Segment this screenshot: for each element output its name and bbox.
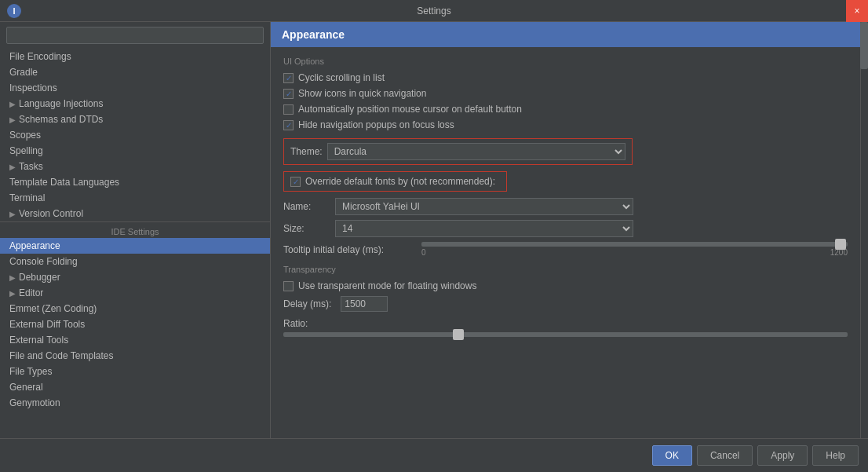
ratio-slider-thumb[interactable]: [453, 329, 464, 340]
sidebar-item-label: Language Injections: [19, 98, 103, 109]
delay-input[interactable]: [341, 296, 388, 312]
theme-label: Theme:: [290, 146, 323, 157]
override-row: Override default fonts by (not recommend…: [283, 171, 507, 192]
apply-button[interactable]: Apply: [757, 445, 808, 466]
sidebar-item-schemas-dtds[interactable]: ▶Schemas and DTDs: [0, 112, 270, 127]
arrow-icon: ▶: [9, 273, 16, 282]
sidebar-item-appearance[interactable]: Appearance: [0, 238, 270, 254]
slider-range: 0 1200: [421, 248, 848, 257]
sidebar-item-label: Gradle: [9, 67, 38, 78]
cyclic-scrolling-checkbox[interactable]: [283, 73, 294, 83]
override-checkbox[interactable]: [290, 177, 301, 187]
transparency-label: Transparency: [283, 265, 848, 274]
tooltip-slider-section: 0 1200: [421, 242, 848, 257]
sidebar-item-file-encodings[interactable]: File Encodings: [0, 49, 270, 64]
show-icons-checkbox[interactable]: [283, 89, 294, 99]
name-row: Name: Microsoft YaHei UIArialConsolasSeg…: [283, 198, 848, 215]
sidebar: File EncodingsGradleInspections▶Language…: [0, 22, 271, 438]
option-row-show-icons: Show icons in quick navigation: [283, 88, 848, 99]
sidebar-item-scopes[interactable]: Scopes: [0, 127, 270, 143]
ide-settings-divider: IDE Settings: [0, 221, 270, 238]
options-container: Cyclic scrolling in listShow icons in qu…: [283, 72, 848, 130]
sidebar-item-tasks[interactable]: ▶Tasks: [0, 159, 270, 174]
sidebar-item-external-tools[interactable]: External Tools: [0, 332, 270, 348]
sidebar-item-label: Terminal: [9, 192, 45, 203]
delay-row: Delay (ms):: [283, 296, 848, 312]
search-input[interactable]: [6, 27, 264, 44]
hide-navigation-popups-checkbox[interactable]: [283, 120, 294, 130]
hide-navigation-popups-label: Hide navigation popups on focus loss: [298, 119, 454, 130]
tooltip-slider-thumb[interactable]: [835, 239, 846, 250]
size-select[interactable]: 1213141516: [335, 220, 633, 237]
main-content: File EncodingsGradleInspections▶Language…: [0, 22, 868, 438]
sidebar-item-label: File and Code Templates: [9, 350, 114, 361]
use-transparent-checkbox[interactable]: [283, 281, 294, 291]
tooltip-label: Tooltip initial delay (ms):: [283, 244, 417, 255]
arrow-icon: ▶: [9, 289, 16, 298]
sidebar-item-label: Tasks: [19, 161, 43, 172]
size-label: Size:: [283, 223, 330, 234]
panel-title: Appearance: [271, 22, 860, 47]
use-transparent-label: Use transparent mode for floating window…: [298, 280, 476, 291]
sidebar-item-label: File Types: [9, 366, 52, 377]
sidebar-item-label: Genymotion: [9, 397, 60, 408]
panel-content: UI Options Cyclic scrolling in listShow …: [271, 47, 860, 438]
theme-row: Theme: DarculaIntelliJWindows: [283, 138, 633, 165]
window-title: Settings: [417, 5, 450, 16]
arrow-icon: ▶: [9, 100, 16, 108]
scrollbar-right[interactable]: [860, 22, 868, 438]
cyclic-scrolling-label: Cyclic scrolling in list: [298, 72, 385, 83]
sidebar-list: File EncodingsGradleInspections▶Language…: [0, 49, 270, 438]
ratio-label: Ratio:: [283, 318, 848, 329]
sidebar-item-debugger[interactable]: ▶Debugger: [0, 269, 270, 285]
sidebar-item-label: Editor: [19, 287, 43, 298]
sidebar-item-label: Emmet (Zen Coding): [9, 303, 97, 314]
sidebar-item-language-injections[interactable]: ▶Language Injections: [0, 96, 270, 112]
sidebar-item-label: External Diff Tools: [9, 319, 85, 330]
option-row-cyclic-scrolling: Cyclic scrolling in list: [283, 72, 848, 83]
size-row: Size: 1213141516: [283, 220, 848, 237]
sidebar-item-spelling[interactable]: Spelling: [0, 143, 270, 159]
sidebar-item-label: File Encodings: [9, 51, 71, 62]
auto-position-mouse-checkbox[interactable]: [283, 104, 294, 115]
sidebar-item-label: Appearance: [9, 240, 60, 251]
sidebar-item-file-code-templates[interactable]: File and Code Templates: [0, 348, 270, 364]
arrow-icon: ▶: [9, 210, 16, 218]
scrollbar-thumb[interactable]: [860, 22, 868, 69]
sidebar-item-file-types[interactable]: File Types: [0, 364, 270, 379]
option-row-auto-position-mouse: Automatically position mouse cursor on d…: [283, 104, 848, 115]
sidebar-item-general[interactable]: General: [0, 379, 270, 395]
sidebar-item-genymotion[interactable]: Genymotion: [0, 395, 270, 411]
sidebar-item-console-folding[interactable]: Console Folding: [0, 254, 270, 269]
sidebar-item-label: External Tools: [9, 335, 68, 346]
bottom-bar: OK Cancel Apply Help: [0, 438, 868, 472]
sidebar-item-label: Template Data Languages: [9, 177, 119, 188]
arrow-icon: ▶: [9, 115, 16, 124]
name-select[interactable]: Microsoft YaHei UIArialConsolasSegoe UI: [335, 198, 633, 215]
sidebar-item-version-control[interactable]: ▶Version Control: [0, 206, 270, 221]
cancel-button[interactable]: Cancel: [697, 445, 753, 466]
sidebar-item-label: Scopes: [9, 130, 41, 141]
sidebar-item-label: Spelling: [9, 145, 43, 156]
option-row-hide-navigation-popups: Hide navigation popups on focus loss: [283, 119, 848, 130]
sidebar-item-label: Inspections: [9, 82, 57, 93]
auto-position-mouse-label: Automatically position mouse cursor on d…: [298, 104, 522, 115]
svg-text:I: I: [13, 6, 15, 16]
theme-select[interactable]: DarculaIntelliJWindows: [327, 143, 625, 160]
sidebar-item-template-data-languages[interactable]: Template Data Languages: [0, 174, 270, 190]
sidebar-item-emmet[interactable]: Emmet (Zen Coding): [0, 301, 270, 316]
sidebar-item-terminal[interactable]: Terminal: [0, 190, 270, 206]
settings-window: I Settings × File EncodingsGradleInspect…: [0, 0, 868, 472]
sidebar-item-inspections[interactable]: Inspections: [0, 80, 270, 96]
name-label: Name:: [283, 201, 330, 212]
sidebar-item-label: Schemas and DTDs: [19, 114, 103, 125]
slider-min: 0: [421, 248, 426, 257]
close-button[interactable]: ×: [846, 0, 868, 22]
show-icons-label: Show icons in quick navigation: [298, 88, 426, 99]
ok-button[interactable]: OK: [652, 445, 692, 466]
help-button[interactable]: Help: [812, 445, 859, 466]
sidebar-item-external-diff-tools[interactable]: External Diff Tools: [0, 316, 270, 332]
sidebar-item-gradle[interactable]: Gradle: [0, 64, 270, 80]
sidebar-item-editor[interactable]: ▶Editor: [0, 285, 270, 301]
sidebar-item-label: Debugger: [19, 272, 60, 283]
